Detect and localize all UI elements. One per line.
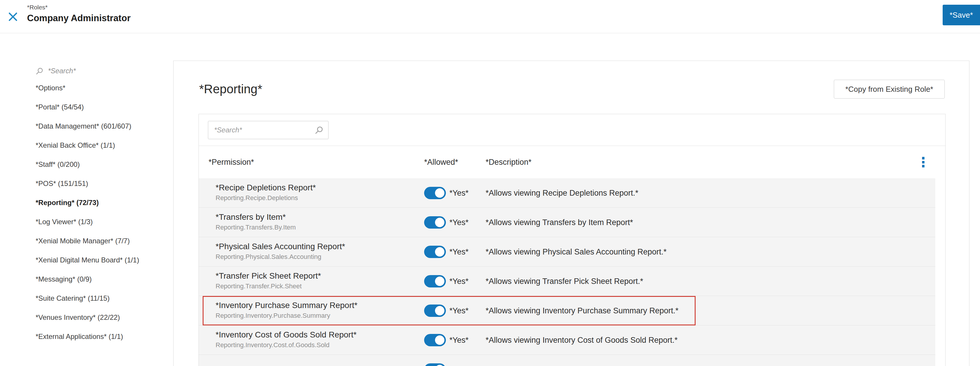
page-title: Company Administrator bbox=[27, 13, 130, 24]
sidebar-item-label: *Data Management* (601/607) bbox=[36, 122, 132, 130]
toggle-knob bbox=[435, 188, 444, 198]
top-bar: *Roles* Company Administrator *Save* bbox=[0, 0, 980, 33]
table-row bbox=[199, 355, 935, 366]
sidebar-item-label: *Xenial Mobile Manager* (7/7) bbox=[36, 237, 130, 245]
toggle-knob bbox=[435, 336, 444, 345]
table-header-row: *Permission* *Allowed* *Description* ⋮ bbox=[199, 146, 945, 178]
allowed-toggle[interactable] bbox=[424, 275, 446, 288]
sidebar-item-label: *POS* (151/151) bbox=[36, 180, 88, 188]
sidebar-item-label: *Portal* (54/54) bbox=[36, 103, 84, 111]
sidebar-item-label: *Staff* (0/200) bbox=[36, 160, 80, 169]
allowed-label: *Yes* bbox=[449, 336, 469, 345]
allowed-label: *Yes* bbox=[449, 247, 469, 256]
sidebar-search-input[interactable]: *Search* bbox=[36, 64, 162, 78]
permission-name: *Transfer Pick Sheet Report* bbox=[216, 271, 321, 281]
permission-name: *Inventory Purchase Summary Report* bbox=[216, 301, 357, 310]
permission-code: Reporting.Transfers.By.Item bbox=[216, 224, 296, 231]
section-title: *Reporting* bbox=[199, 82, 262, 96]
table-row: *Inventory Cost of Goods Sold Report* Re… bbox=[199, 325, 935, 355]
permission-code: Reporting.Physical.Sales.Accounting bbox=[216, 253, 321, 261]
table-row: *Recipe Depletions Report* Reporting.Rec… bbox=[199, 178, 935, 208]
search-icon bbox=[36, 67, 43, 75]
allowed-toggle[interactable] bbox=[424, 334, 446, 346]
table-row: *Transfer Pick Sheet Report* Reporting.T… bbox=[199, 267, 935, 296]
sidebar-item[interactable]: *Staff* (0/200) bbox=[36, 155, 162, 174]
sidebar-item-label: *Options* bbox=[36, 84, 65, 92]
panel-header: *Reporting* *Copy from Existing Role* bbox=[173, 61, 969, 99]
permission-code: Reporting.Inventory.Cost.of.Goods.Sold bbox=[216, 341, 329, 349]
sidebar-item[interactable]: *Portal* (54/54) bbox=[36, 97, 162, 116]
sidebar-item[interactable]: *Data Management* (601/607) bbox=[36, 116, 162, 135]
table-search-placeholder: *Search* bbox=[214, 126, 242, 134]
allowed-toggle[interactable] bbox=[424, 363, 446, 366]
sidebar: *Search* *Options* *Portal* (54/54) *Dat… bbox=[36, 64, 162, 346]
sidebar-item[interactable]: *Xenial Back Office* (1/1) bbox=[36, 135, 162, 155]
sidebar-item-label: *Reporting* (72/73) bbox=[36, 199, 99, 207]
permission-description: *Allows viewing Transfer Pick Sheet Repo… bbox=[485, 277, 643, 286]
sidebar-item[interactable]: *Venues Inventory* (22/22) bbox=[36, 308, 162, 327]
permission-description: *Allows viewing Physical Sales Accountin… bbox=[485, 247, 667, 256]
breadcrumb: *Roles* bbox=[27, 4, 130, 11]
sidebar-item[interactable]: *Messaging* (0/9) bbox=[36, 269, 162, 289]
permissions-table: *Search* *Permission* *Allowed* *Descrip… bbox=[199, 114, 946, 366]
toggle-knob bbox=[435, 277, 444, 286]
sidebar-item[interactable]: *Xenial Mobile Manager* (7/7) bbox=[36, 231, 162, 250]
permission-description: *Allows viewing Inventory Cost of Goods … bbox=[485, 336, 678, 345]
sidebar-item-label: *Xenial Digital Menu Board* (1/1) bbox=[36, 256, 139, 264]
permissions-panel: *Reporting* *Copy from Existing Role* *S… bbox=[173, 60, 969, 366]
toggle-knob bbox=[435, 218, 444, 227]
allowed-toggle[interactable] bbox=[424, 187, 446, 199]
allowed-toggle[interactable] bbox=[424, 304, 446, 317]
sidebar-item-label: *Suite Catering* (11/15) bbox=[36, 294, 110, 302]
permission-code: Reporting.Recipe.Depletions bbox=[216, 194, 298, 202]
header-titles: *Roles* Company Administrator bbox=[27, 4, 130, 24]
table-search-row: *Search* bbox=[199, 114, 945, 146]
sidebar-item-label: *Messaging* (0/9) bbox=[36, 275, 92, 283]
toggle-knob bbox=[435, 306, 444, 315]
sidebar-search-placeholder: *Search* bbox=[48, 67, 76, 75]
allowed-label: *Yes* bbox=[449, 277, 469, 286]
sidebar-item[interactable]: *Reporting* (72/73) bbox=[36, 193, 162, 212]
save-button[interactable]: *Save* bbox=[943, 5, 980, 25]
vertical-ellipsis-icon[interactable]: ⋮ bbox=[916, 155, 930, 169]
allowed-label: *Yes* bbox=[449, 306, 469, 315]
permission-description: *Allows viewing Inventory Purchase Summa… bbox=[485, 306, 679, 315]
permission-code: Reporting.Transfer.Pick.Sheet bbox=[216, 282, 302, 290]
sidebar-item[interactable]: *Options* bbox=[36, 78, 162, 97]
table-search-input[interactable]: *Search* bbox=[208, 121, 329, 139]
sidebar-item-label: *External Applications* (1/1) bbox=[36, 333, 123, 341]
column-header-description: *Description* bbox=[485, 158, 531, 167]
toggle-knob bbox=[435, 247, 444, 256]
table-row: *Transfers by Item* Reporting.Transfers.… bbox=[199, 208, 935, 237]
sidebar-item[interactable]: *External Applications* (1/1) bbox=[36, 327, 162, 346]
close-icon[interactable] bbox=[7, 11, 19, 23]
permission-name: *Inventory Cost of Goods Sold Report* bbox=[216, 330, 356, 339]
sidebar-item-label: *Venues Inventory* (22/22) bbox=[36, 313, 120, 321]
permission-name: *Physical Sales Accounting Report* bbox=[216, 242, 345, 251]
sidebar-item-label: *Log Viewer* (1/3) bbox=[36, 218, 93, 226]
sidebar-item[interactable]: *Log Viewer* (1/3) bbox=[36, 212, 162, 231]
search-icon bbox=[315, 126, 323, 134]
permission-name: *Recipe Depletions Report* bbox=[216, 183, 316, 193]
copy-from-existing-role-button[interactable]: *Copy from Existing Role* bbox=[834, 80, 945, 99]
allowed-toggle[interactable] bbox=[424, 216, 446, 229]
table-row: *Physical Sales Accounting Report* Repor… bbox=[199, 237, 935, 267]
sidebar-item[interactable]: *Xenial Digital Menu Board* (1/1) bbox=[36, 250, 162, 269]
column-header-allowed: *Allowed* bbox=[424, 158, 458, 167]
toggle-knob bbox=[435, 365, 444, 366]
allowed-toggle[interactable] bbox=[424, 246, 446, 258]
permission-code: Reporting.Inventory.Purchase.Summary bbox=[216, 312, 330, 320]
permission-description: *Allows viewing Recipe Depletions Report… bbox=[485, 188, 638, 197]
sidebar-item-label: *Xenial Back Office* (1/1) bbox=[36, 141, 115, 150]
sidebar-nav-list: *Options* *Portal* (54/54) *Data Managem… bbox=[36, 78, 162, 346]
table-row: *Inventory Purchase Summary Report* Repo… bbox=[199, 296, 935, 325]
permission-name: *Transfers by Item* bbox=[216, 212, 286, 222]
allowed-label: *Yes* bbox=[449, 218, 469, 227]
sidebar-item[interactable]: *Suite Catering* (11/15) bbox=[36, 289, 162, 308]
column-header-permission: *Permission* bbox=[208, 158, 254, 167]
table-body: *Recipe Depletions Report* Reporting.Rec… bbox=[199, 178, 945, 366]
allowed-label: *Yes* bbox=[449, 188, 469, 197]
sidebar-item[interactable]: *POS* (151/151) bbox=[36, 174, 162, 193]
permission-description: *Allows viewing Transfers by Item Report… bbox=[485, 218, 633, 227]
